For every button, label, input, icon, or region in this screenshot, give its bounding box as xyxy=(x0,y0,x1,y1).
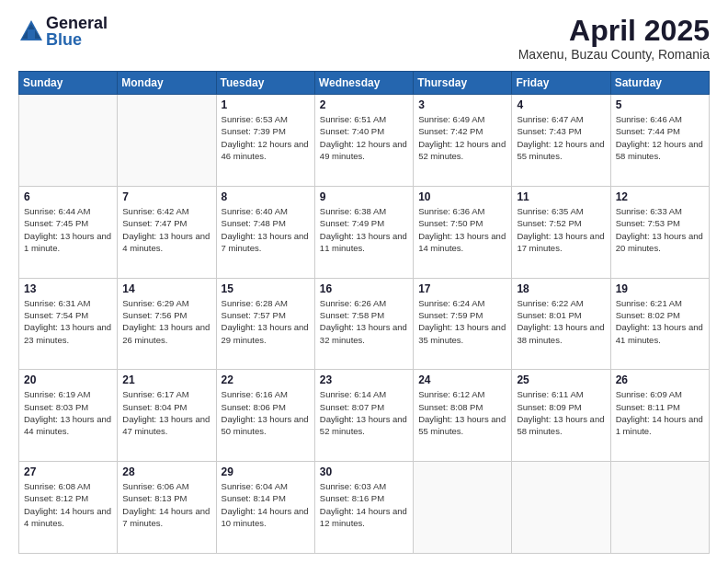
day-number: 15 xyxy=(222,282,310,295)
calendar-cell: 13Sunrise: 6:31 AM Sunset: 7:54 PM Dayli… xyxy=(19,278,118,370)
cell-info: Sunrise: 6:08 AM Sunset: 8:12 PM Dayligh… xyxy=(24,480,112,529)
calendar-cell: 17Sunrise: 6:24 AM Sunset: 7:59 PM Dayli… xyxy=(414,278,512,370)
logo: General Blue xyxy=(18,15,108,48)
cell-info: Sunrise: 6:53 AM Sunset: 7:39 PM Dayligh… xyxy=(222,113,310,162)
cell-info: Sunrise: 6:51 AM Sunset: 7:40 PM Dayligh… xyxy=(320,113,408,162)
cell-info: Sunrise: 6:26 AM Sunset: 7:58 PM Dayligh… xyxy=(320,297,408,346)
day-number: 9 xyxy=(320,190,408,203)
cell-info: Sunrise: 6:49 AM Sunset: 7:42 PM Dayligh… xyxy=(418,113,506,162)
calendar-cell: 21Sunrise: 6:17 AM Sunset: 8:04 PM Dayli… xyxy=(118,370,216,462)
cell-info: Sunrise: 6:17 AM Sunset: 8:04 PM Dayligh… xyxy=(122,388,210,437)
cell-info: Sunrise: 6:24 AM Sunset: 7:59 PM Dayligh… xyxy=(418,297,506,346)
day-number: 11 xyxy=(517,190,605,203)
cell-info: Sunrise: 6:46 AM Sunset: 7:44 PM Dayligh… xyxy=(616,113,704,162)
calendar-cell xyxy=(512,462,610,554)
logo-blue-text: Blue xyxy=(46,31,108,48)
calendar-cell: 26Sunrise: 6:09 AM Sunset: 8:11 PM Dayli… xyxy=(610,370,709,462)
cell-info: Sunrise: 6:40 AM Sunset: 7:48 PM Dayligh… xyxy=(222,205,310,254)
calendar-cell xyxy=(610,462,709,554)
day-header-friday: Friday xyxy=(512,72,610,95)
logo-icon xyxy=(18,18,44,44)
cell-info: Sunrise: 6:29 AM Sunset: 7:56 PM Dayligh… xyxy=(122,297,210,346)
day-number: 4 xyxy=(517,98,605,111)
day-number: 16 xyxy=(320,282,408,295)
cell-info: Sunrise: 6:09 AM Sunset: 8:11 PM Dayligh… xyxy=(616,388,704,437)
page: General Blue April 2025 Maxenu, Buzau Co… xyxy=(0,0,728,563)
day-header-sunday: Sunday xyxy=(19,72,118,95)
week-row-0: 1Sunrise: 6:53 AM Sunset: 7:39 PM Daylig… xyxy=(19,95,710,187)
calendar-cell: 4Sunrise: 6:47 AM Sunset: 7:43 PM Daylig… xyxy=(512,95,610,187)
day-header-wednesday: Wednesday xyxy=(314,72,413,95)
day-number: 6 xyxy=(24,190,112,203)
day-number: 7 xyxy=(122,190,210,203)
cell-info: Sunrise: 6:47 AM Sunset: 7:43 PM Dayligh… xyxy=(517,113,605,162)
calendar-cell: 2Sunrise: 6:51 AM Sunset: 7:40 PM Daylig… xyxy=(314,95,413,187)
calendar-cell: 27Sunrise: 6:08 AM Sunset: 8:12 PM Dayli… xyxy=(19,462,118,554)
logo-general-text: General xyxy=(46,15,108,31)
cell-info: Sunrise: 6:21 AM Sunset: 8:02 PM Dayligh… xyxy=(616,297,704,346)
day-number: 29 xyxy=(222,465,310,478)
calendar-header: SundayMondayTuesdayWednesdayThursdayFrid… xyxy=(19,72,710,95)
calendar-cell: 12Sunrise: 6:33 AM Sunset: 7:53 PM Dayli… xyxy=(610,186,709,278)
day-number: 17 xyxy=(418,282,506,295)
cell-info: Sunrise: 6:36 AM Sunset: 7:50 PM Dayligh… xyxy=(418,205,506,254)
day-header-tuesday: Tuesday xyxy=(216,72,314,95)
cell-info: Sunrise: 6:33 AM Sunset: 7:53 PM Dayligh… xyxy=(616,205,704,254)
day-number: 21 xyxy=(122,373,210,386)
calendar-cell: 28Sunrise: 6:06 AM Sunset: 8:13 PM Dayli… xyxy=(118,462,216,554)
day-header-thursday: Thursday xyxy=(414,72,512,95)
title-location: Maxenu, Buzau County, Romania xyxy=(518,47,710,62)
calendar-cell: 1Sunrise: 6:53 AM Sunset: 7:39 PM Daylig… xyxy=(216,95,314,187)
calendar-cell: 16Sunrise: 6:26 AM Sunset: 7:58 PM Dayli… xyxy=(314,278,413,370)
title-month: April 2025 xyxy=(518,15,710,47)
calendar-cell: 9Sunrise: 6:38 AM Sunset: 7:49 PM Daylig… xyxy=(314,186,413,278)
cell-info: Sunrise: 6:35 AM Sunset: 7:52 PM Dayligh… xyxy=(517,205,605,254)
day-number: 25 xyxy=(517,373,605,386)
week-row-3: 20Sunrise: 6:19 AM Sunset: 8:03 PM Dayli… xyxy=(19,370,710,462)
calendar-cell: 15Sunrise: 6:28 AM Sunset: 7:57 PM Dayli… xyxy=(216,278,314,370)
calendar-cell xyxy=(19,95,118,187)
header-row: SundayMondayTuesdayWednesdayThursdayFrid… xyxy=(19,72,710,95)
day-number: 22 xyxy=(222,373,310,386)
cell-info: Sunrise: 6:11 AM Sunset: 8:09 PM Dayligh… xyxy=(517,388,605,437)
week-row-4: 27Sunrise: 6:08 AM Sunset: 8:12 PM Dayli… xyxy=(19,462,710,554)
cell-info: Sunrise: 6:42 AM Sunset: 7:47 PM Dayligh… xyxy=(122,205,210,254)
cell-info: Sunrise: 6:14 AM Sunset: 8:07 PM Dayligh… xyxy=(320,388,408,437)
title-area: April 2025 Maxenu, Buzau County, Romania xyxy=(518,15,710,62)
day-number: 2 xyxy=(320,98,408,111)
calendar-cell xyxy=(414,462,512,554)
calendar-cell: 20Sunrise: 6:19 AM Sunset: 8:03 PM Dayli… xyxy=(19,370,118,462)
cell-info: Sunrise: 6:28 AM Sunset: 7:57 PM Dayligh… xyxy=(222,297,310,346)
calendar-cell: 10Sunrise: 6:36 AM Sunset: 7:50 PM Dayli… xyxy=(414,186,512,278)
cell-info: Sunrise: 6:44 AM Sunset: 7:45 PM Dayligh… xyxy=(24,205,112,254)
calendar-cell: 29Sunrise: 6:04 AM Sunset: 8:14 PM Dayli… xyxy=(216,462,314,554)
day-header-monday: Monday xyxy=(118,72,216,95)
cell-info: Sunrise: 6:06 AM Sunset: 8:13 PM Dayligh… xyxy=(122,480,210,529)
calendar-table: SundayMondayTuesdayWednesdayThursdayFrid… xyxy=(18,71,710,554)
day-number: 19 xyxy=(616,282,704,295)
calendar-cell: 8Sunrise: 6:40 AM Sunset: 7:48 PM Daylig… xyxy=(216,186,314,278)
day-number: 5 xyxy=(616,98,704,111)
cell-info: Sunrise: 6:16 AM Sunset: 8:06 PM Dayligh… xyxy=(222,388,310,437)
calendar-cell: 11Sunrise: 6:35 AM Sunset: 7:52 PM Dayli… xyxy=(512,186,610,278)
day-number: 20 xyxy=(24,373,112,386)
day-number: 13 xyxy=(24,282,112,295)
calendar-cell xyxy=(118,95,216,187)
calendar-cell: 19Sunrise: 6:21 AM Sunset: 8:02 PM Dayli… xyxy=(610,278,709,370)
day-number: 14 xyxy=(122,282,210,295)
cell-info: Sunrise: 6:38 AM Sunset: 7:49 PM Dayligh… xyxy=(320,205,408,254)
calendar-cell: 14Sunrise: 6:29 AM Sunset: 7:56 PM Dayli… xyxy=(118,278,216,370)
calendar-cell: 24Sunrise: 6:12 AM Sunset: 8:08 PM Dayli… xyxy=(414,370,512,462)
cell-info: Sunrise: 6:22 AM Sunset: 8:01 PM Dayligh… xyxy=(517,297,605,346)
calendar-cell: 18Sunrise: 6:22 AM Sunset: 8:01 PM Dayli… xyxy=(512,278,610,370)
logo-text: General Blue xyxy=(46,15,108,48)
day-number: 1 xyxy=(222,98,310,111)
week-row-1: 6Sunrise: 6:44 AM Sunset: 7:45 PM Daylig… xyxy=(19,186,710,278)
day-number: 10 xyxy=(418,190,506,203)
day-number: 3 xyxy=(418,98,506,111)
calendar-cell: 6Sunrise: 6:44 AM Sunset: 7:45 PM Daylig… xyxy=(19,186,118,278)
calendar-body: 1Sunrise: 6:53 AM Sunset: 7:39 PM Daylig… xyxy=(19,95,710,554)
day-number: 24 xyxy=(418,373,506,386)
calendar-cell: 5Sunrise: 6:46 AM Sunset: 7:44 PM Daylig… xyxy=(610,95,709,187)
calendar-cell: 22Sunrise: 6:16 AM Sunset: 8:06 PM Dayli… xyxy=(216,370,314,462)
